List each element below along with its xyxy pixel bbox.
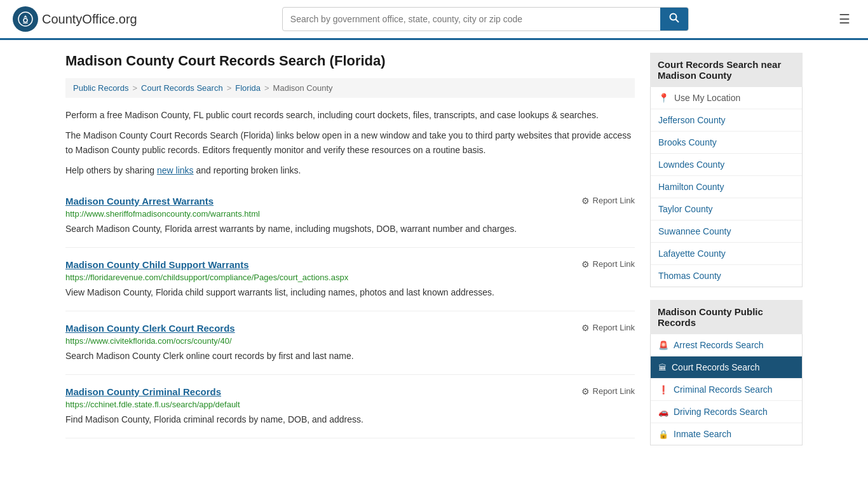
result-item: Madison County Child Support Warrants ⚙ …: [65, 248, 635, 311]
breadcrumb-court-records[interactable]: Court Records Search: [141, 83, 223, 93]
logo-icon: [13, 6, 38, 32]
result-url: http://www.sheriffofmadisoncounty.com/wa…: [65, 209, 635, 219]
pin-icon: 📍: [658, 93, 669, 103]
breadcrumb-current: Madison County: [273, 83, 333, 93]
court-icon: 🏛: [658, 363, 667, 372]
result-item: Madison County Clerk Court Records ⚙ Rep…: [65, 311, 635, 375]
sidebar-county-brooks[interactable]: Brooks County: [651, 132, 802, 154]
result-url: https://floridarevenue.com/childsupport/…: [65, 273, 635, 282]
menu-button[interactable]: ☰: [834, 9, 855, 29]
sidebar-public-records-section: Madison County Public Records 🚨 Arrest R…: [650, 300, 803, 445]
result-url: https://www.civitekflorida.com/ocrs/coun…: [65, 336, 635, 346]
breadcrumb-florida[interactable]: Florida: [235, 83, 261, 93]
inmate-icon: 🔒: [658, 430, 668, 439]
search-bar[interactable]: [282, 7, 689, 31]
result-desc: Search Madison County Clerk online court…: [65, 349, 635, 363]
sidebar-criminal-records[interactable]: ❗ Criminal Records Search: [651, 379, 802, 401]
logo-link[interactable]: CountyOffice.org: [13, 6, 137, 32]
description-3: Help others by sharing new links and rep…: [65, 163, 635, 177]
content-area: Madison County Court Records Search (Flo…: [65, 53, 635, 445]
breadcrumb: Public Records > Court Records Search > …: [65, 78, 635, 98]
breadcrumb-public-records[interactable]: Public Records: [73, 83, 128, 93]
criminal-icon: ❗: [658, 385, 668, 395]
svg-point-2: [670, 14, 676, 20]
page-title: Madison County Court Records Search (Flo…: [65, 53, 635, 69]
sidebar-nearby-body: 📍 Use My Location Jefferson County Brook…: [650, 87, 803, 287]
svg-point-1: [24, 18, 27, 22]
logo-text: CountyOffice.org: [42, 12, 137, 27]
sidebar-use-location[interactable]: 📍 Use My Location: [651, 87, 802, 109]
result-title[interactable]: Madison County Criminal Records: [65, 386, 221, 397]
result-title[interactable]: Madison County Clerk Court Records: [65, 323, 235, 334]
report-icon: ⚙: [581, 196, 590, 206]
sidebar-county-lowndes[interactable]: Lowndes County: [651, 154, 802, 176]
description-1: Perform a free Madison County, FL public…: [65, 108, 635, 122]
driving-icon: 🚗: [658, 407, 668, 417]
main-container: Madison County Court Records Search (Flo…: [53, 40, 815, 458]
result-item: Madison County Criminal Records ⚙ Report…: [65, 375, 635, 438]
new-links-link[interactable]: new links: [157, 165, 194, 175]
result-desc: View Madison County, Florida child suppo…: [65, 286, 635, 299]
result-item: Madison County Arrest Warrants ⚙ Report …: [65, 184, 635, 248]
site-header: CountyOffice.org ☰: [0, 0, 868, 40]
sidebar-county-hamilton[interactable]: Hamilton County: [651, 176, 802, 198]
result-title[interactable]: Madison County Child Support Warrants: [65, 259, 249, 270]
sidebar: Court Records Search near Madison County…: [650, 53, 803, 445]
report-icon: ⚙: [581, 323, 590, 333]
report-icon: ⚙: [581, 259, 590, 269]
svg-line-3: [675, 20, 679, 23]
report-link[interactable]: ⚙ Report Link: [581, 259, 635, 269]
sidebar-court-records[interactable]: 🏛 Court Records Search: [651, 356, 802, 379]
sidebar-county-jefferson[interactable]: Jefferson County: [651, 109, 802, 132]
sidebar-driving-records[interactable]: 🚗 Driving Records Search: [651, 401, 802, 423]
description-2: The Madison County Court Records Search …: [65, 128, 635, 157]
report-link[interactable]: ⚙ Report Link: [581, 323, 635, 333]
sidebar-public-records-header: Madison County Public Records: [650, 300, 803, 334]
report-link[interactable]: ⚙ Report Link: [581, 196, 635, 206]
sidebar-nearby-section: Court Records Search near Madison County…: [650, 53, 803, 287]
search-input[interactable]: [283, 9, 660, 29]
sidebar-public-records-body: 🚨 Arrest Records Search 🏛 Court Records …: [650, 334, 803, 445]
sidebar-inmate-search[interactable]: 🔒 Inmate Search: [651, 423, 802, 445]
arrest-icon: 🚨: [658, 341, 668, 350]
results-list: Madison County Arrest Warrants ⚙ Report …: [65, 184, 635, 438]
report-icon: ⚙: [581, 386, 590, 396]
result-title[interactable]: Madison County Arrest Warrants: [65, 196, 214, 207]
sidebar-county-suwannee[interactable]: Suwannee County: [651, 220, 802, 243]
sidebar-county-thomas[interactable]: Thomas County: [651, 265, 802, 287]
report-link[interactable]: ⚙ Report Link: [581, 386, 635, 396]
search-button[interactable]: [660, 8, 688, 30]
result-desc: Search Madison County, Florida arrest wa…: [65, 222, 635, 236]
sidebar-county-lafayette[interactable]: Lafayette County: [651, 243, 802, 265]
sidebar-arrest-records[interactable]: 🚨 Arrest Records Search: [651, 334, 802, 356]
result-url: https://cchinet.fdle.state.fl.us/search/…: [65, 400, 635, 409]
sidebar-county-taylor[interactable]: Taylor County: [651, 198, 802, 220]
svg-point-0: [18, 12, 32, 26]
sidebar-nearby-header: Court Records Search near Madison County: [650, 53, 803, 87]
result-desc: Find Madison County, Florida criminal re…: [65, 413, 635, 426]
